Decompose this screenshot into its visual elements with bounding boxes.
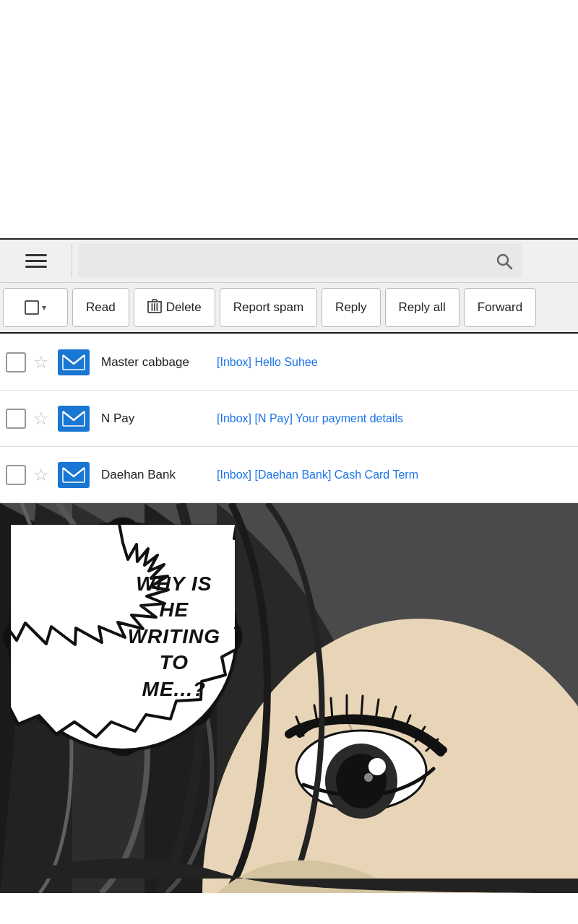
reply-label: Reply: [335, 300, 366, 315]
select-all-button[interactable]: ▾: [3, 288, 68, 327]
hamburger-menu-button[interactable]: [0, 244, 72, 278]
report-spam-button[interactable]: Report spam: [220, 288, 317, 327]
search-input-wrap[interactable]: [78, 244, 522, 278]
thought-text: WHY IS HE WRITING TO ME...?: [113, 557, 235, 717]
search-icon: [496, 253, 513, 270]
email-row-2[interactable]: ☆ N Pay [Inbox] [N Pay] Your payment det…: [0, 391, 578, 447]
star-button-1[interactable]: ☆: [33, 352, 49, 372]
extra-toolbar-space: [527, 244, 578, 278]
email-row-1[interactable]: ☆ Master cabbage [Inbox] Hello Suhee: [0, 334, 578, 391]
mail-icon-1: [58, 349, 90, 375]
email-subject-3: [Inbox] [Daehan Bank] Cash Card Term: [217, 468, 572, 481]
delete-label: Delete: [166, 300, 202, 315]
thought-bubble: WHY IS HE WRITING TO ME...?: [11, 525, 235, 749]
reply-all-label: Reply all: [399, 300, 446, 315]
svg-line-1: [507, 263, 512, 269]
svg-line-28: [331, 698, 332, 720]
email-row-3[interactable]: ☆ Daehan Bank [Inbox] [Daehan Bank] Cash…: [0, 447, 578, 503]
row-checkbox-2[interactable]: [6, 409, 26, 429]
row-checkbox-3[interactable]: [6, 465, 26, 485]
sender-name-1: Master cabbage: [101, 355, 217, 370]
star-button-3[interactable]: ☆: [33, 465, 49, 485]
hamburger-icon: [25, 254, 47, 268]
sender-name-3: Daehan Bank: [101, 468, 217, 482]
row-checkbox-1[interactable]: [6, 352, 26, 372]
read-label: Read: [86, 300, 116, 315]
star-button-2[interactable]: ☆: [33, 409, 49, 429]
chevron-down-icon: ▾: [42, 302, 46, 313]
email-toolbar: ▾ Read Delete Report spam Reply: [0, 238, 578, 334]
reply-all-button[interactable]: Reply all: [385, 288, 460, 327]
mail-icon-2: [58, 406, 90, 432]
reply-button[interactable]: Reply: [322, 288, 380, 327]
report-spam-label: Report spam: [233, 300, 303, 315]
delete-button[interactable]: Delete: [134, 288, 215, 327]
mail-icon-3: [58, 462, 90, 488]
email-list: ☆ Master cabbage [Inbox] Hello Suhee ☆: [0, 334, 578, 503]
search-bar: [0, 240, 578, 283]
svg-point-24: [368, 758, 386, 775]
search-input[interactable]: [87, 253, 496, 269]
svg-line-30: [361, 696, 363, 718]
forward-button[interactable]: Forward: [464, 288, 536, 327]
action-bar: ▾ Read Delete Report spam Reply: [0, 283, 578, 334]
manga-top-panel: [0, 0, 578, 238]
email-subject-2: [Inbox] [N Pay] Your payment details: [217, 412, 572, 425]
forward-label: Forward: [478, 300, 522, 315]
email-subject-1: [Inbox] Hello Suhee: [217, 356, 572, 369]
checkbox-icon: [25, 300, 39, 315]
read-button[interactable]: Read: [72, 288, 129, 327]
trash-icon: [147, 298, 162, 318]
sender-name-2: N Pay: [101, 411, 217, 426]
svg-point-25: [364, 773, 373, 782]
manga-panel: WHY IS HE WRITING TO ME...?: [0, 503, 578, 893]
